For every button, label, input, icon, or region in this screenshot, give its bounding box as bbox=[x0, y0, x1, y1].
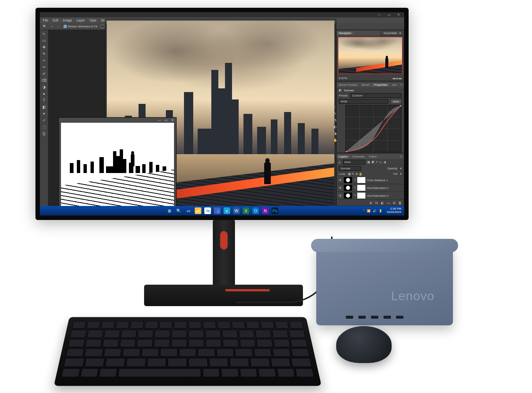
tool-1[interactable]: ▭ bbox=[41, 38, 47, 43]
taskbar-task-view-icon[interactable]: ▭ bbox=[185, 207, 192, 214]
layer-action-icon[interactable]: ▭ bbox=[387, 201, 390, 205]
layer-filter-icon[interactable]: ◩ bbox=[372, 160, 375, 164]
tab-layers[interactable]: Layers bbox=[337, 155, 350, 158]
properties-panel: Brush PresetsBrushPropertiesInfo≡ ◩Curve… bbox=[336, 82, 404, 153]
secondary-document-window[interactable]: — ▭ ✕ 8.57% Doc: 68.7M/99.9M ▸ bbox=[58, 117, 177, 213]
navigator-zoom[interactable]: 8.57% bbox=[339, 77, 347, 80]
navigator-tab[interactable]: Navigator bbox=[337, 31, 354, 35]
panel-menu-icon[interactable]: ≡ bbox=[399, 155, 404, 158]
pc-brand-label: Lenovo bbox=[391, 289, 434, 303]
zoom-tool-icon[interactable]: 🔍 bbox=[43, 25, 47, 28]
auto-button[interactable]: Auto bbox=[391, 99, 402, 104]
tool-4[interactable]: ⌖ bbox=[41, 58, 47, 63]
tray-icon[interactable]: 🔋 bbox=[379, 209, 382, 213]
tool-10[interactable]: T bbox=[41, 98, 47, 103]
menu-edit[interactable]: Edit bbox=[53, 18, 59, 22]
menu-file[interactable]: File bbox=[43, 18, 48, 22]
tool-7[interactable]: ⌫ bbox=[41, 78, 47, 83]
layer-action-icon[interactable]: fx bbox=[375, 201, 378, 205]
taskbar-outlook-icon[interactable]: O bbox=[252, 207, 259, 214]
tray-icon[interactable]: ˄ bbox=[363, 209, 365, 213]
layer-action-icon[interactable]: ◐ bbox=[381, 201, 384, 205]
layer-name: Color Balance 1 bbox=[367, 179, 388, 182]
layer-filter-icon[interactable]: ▦ bbox=[367, 160, 370, 164]
curves-graph[interactable] bbox=[345, 105, 402, 152]
curves-tool-icon[interactable]: ✋ bbox=[333, 138, 337, 143]
curves-tool-icon[interactable]: ◐ bbox=[333, 125, 337, 129]
menu-type[interactable]: Type bbox=[89, 18, 97, 22]
zoom-in-icon[interactable]: ＋ bbox=[50, 24, 53, 28]
tray-icon[interactable]: 📶 bbox=[367, 209, 371, 213]
visibility-toggle-icon[interactable] bbox=[338, 178, 342, 182]
tool-3[interactable]: ✎ bbox=[41, 51, 47, 57]
zoom-out-icon[interactable]: － bbox=[57, 24, 60, 28]
channel-select[interactable]: RGB bbox=[339, 99, 388, 104]
preset-select[interactable]: Custom bbox=[350, 93, 402, 98]
bw-close-button[interactable]: ✕ bbox=[170, 118, 175, 122]
bw-minimize-button[interactable]: — bbox=[157, 118, 161, 122]
panel-menu-icon[interactable]: ≡ bbox=[399, 83, 404, 87]
layer-action-icon[interactable]: 🗑 bbox=[398, 201, 402, 205]
window-minimize-button[interactable]: — bbox=[376, 13, 383, 17]
layer-action-icon[interactable]: ⊕ bbox=[369, 201, 372, 205]
taskbar-onenote-icon[interactable]: N bbox=[262, 207, 269, 214]
tool-5[interactable]: ✂ bbox=[41, 65, 47, 70]
tool-15[interactable]: Q bbox=[41, 131, 47, 136]
menu-image[interactable]: Image bbox=[63, 18, 72, 22]
tool-8[interactable]: ◑ bbox=[41, 85, 47, 90]
curves-tool-icon[interactable]: ⟋ bbox=[333, 105, 337, 109]
taskbar-search-icon[interactable]: 🔍 bbox=[175, 207, 182, 214]
prop-tab-brush-presets[interactable]: Brush Presets bbox=[337, 83, 359, 87]
opacity-slider-icon[interactable]: ▾ bbox=[400, 167, 402, 170]
prop-tab-properties[interactable]: Properties bbox=[372, 83, 389, 87]
window-maximize-button[interactable]: ▭ bbox=[386, 13, 392, 17]
prop-tab-info[interactable]: Info bbox=[390, 83, 399, 87]
tab-paths[interactable]: Paths bbox=[367, 155, 379, 158]
taskbar-store-icon[interactable]: 🛍 bbox=[204, 207, 211, 214]
bw-maximize-button[interactable]: ▭ bbox=[164, 118, 168, 122]
taskbar-photoshop-icon[interactable]: Ps bbox=[272, 207, 278, 214]
taskbar-word-icon[interactable]: W bbox=[233, 207, 240, 214]
bw-canvas[interactable] bbox=[61, 123, 174, 206]
curves-tool-icon[interactable]: ✎ bbox=[333, 112, 337, 116]
taskbar-teams-icon[interactable]: 👥 bbox=[214, 207, 221, 214]
taskbar-excel-icon[interactable]: X bbox=[243, 207, 249, 214]
curves-tool-icon[interactable]: ◑ bbox=[333, 132, 337, 136]
menu-layer[interactable]: Layer bbox=[76, 18, 85, 22]
tool-6[interactable]: ✐ bbox=[41, 71, 47, 77]
taskbar-edge-icon[interactable]: e bbox=[224, 207, 230, 214]
layer-filter-icon[interactable]: ▭ bbox=[379, 160, 382, 164]
tool-9[interactable]: ● bbox=[41, 91, 47, 96]
layer-filter-kind[interactable]: Kind bbox=[343, 160, 365, 165]
person-silhouette bbox=[264, 162, 271, 184]
taskbar-explorer-icon[interactable]: 📁 bbox=[195, 207, 201, 214]
window-close-button[interactable]: ✕ bbox=[395, 13, 402, 17]
layer-row[interactable]: ⁸Hue/Saturation 1 bbox=[337, 184, 404, 192]
tool-13[interactable]: ⤢ bbox=[41, 118, 47, 123]
layer-action-icon[interactable]: ⧉ bbox=[393, 201, 395, 205]
fill-slider-icon[interactable]: ▾ bbox=[400, 172, 402, 176]
navigator-thumbnail[interactable] bbox=[338, 37, 402, 74]
taskbar-start-icon[interactable]: ⊞ bbox=[166, 207, 173, 214]
tool-2[interactable]: ✥ bbox=[41, 45, 47, 50]
prop-tab-brush[interactable]: Brush bbox=[359, 83, 372, 87]
tray-icon[interactable]: 🔊 bbox=[373, 209, 376, 213]
zoom-all-checkbox[interactable] bbox=[101, 25, 104, 28]
resize-windows-checkbox[interactable] bbox=[64, 25, 67, 28]
layer-filter-icon[interactable]: ◑ bbox=[383, 160, 386, 164]
tool-14[interactable]: ⬚ bbox=[41, 125, 47, 130]
tool-12[interactable]: ✦ bbox=[41, 111, 47, 116]
layer-filter-icon[interactable]: T bbox=[376, 160, 378, 164]
visibility-toggle-icon[interactable] bbox=[338, 193, 342, 198]
layer-row[interactable]: ⁸Hue/Saturation 1 bbox=[337, 192, 404, 200]
visibility-toggle-icon[interactable] bbox=[338, 186, 342, 190]
tool-11[interactable]: ◧ bbox=[41, 105, 47, 110]
curves-tool-icon[interactable]: ◔ bbox=[333, 118, 337, 123]
clock-date[interactable]: 10/20/2024 bbox=[386, 211, 401, 214]
blend-mode-select[interactable]: Normal bbox=[339, 166, 361, 171]
tab-channels[interactable]: Channels bbox=[350, 155, 367, 158]
workspace-switcher[interactable]: Essentials▾ bbox=[381, 30, 404, 36]
lock-icons[interactable]: ▦ ✎ ⊕ 🔒 bbox=[348, 172, 362, 176]
layer-row[interactable]: ⁸Color Balance 1 bbox=[337, 176, 404, 184]
tool-0[interactable]: ↖ bbox=[41, 31, 47, 37]
